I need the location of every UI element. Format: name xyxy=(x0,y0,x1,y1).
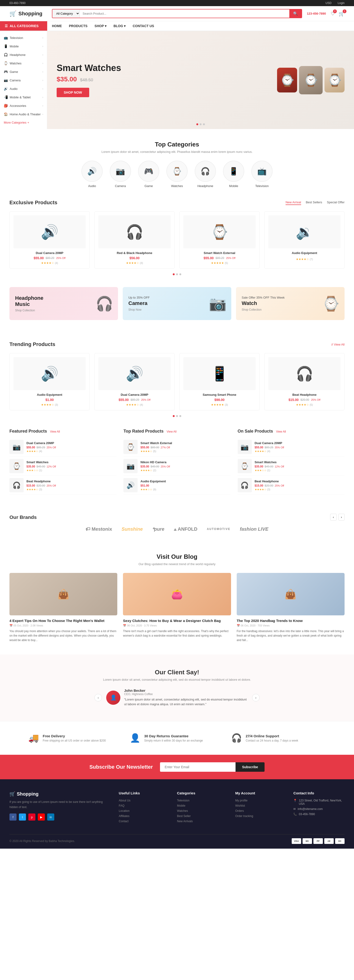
cat-watches[interactable]: Watches xyxy=(177,809,188,813)
on-sale-view-all[interactable]: View All xyxy=(276,430,286,433)
cat-best-seller[interactable]: Best Seller xyxy=(177,815,191,818)
nav-products[interactable]: PRODUCTS xyxy=(69,21,88,31)
mini-product[interactable]: 🎧 Beat Headphone $15.00 $20.00 25% Off ★… xyxy=(10,476,116,495)
all-categories-button[interactable]: ☰ ALL CATEGORIES xyxy=(0,21,47,31)
promo-watch[interactable]: Sale Offer 35% OFF This Week Watch Shop … xyxy=(236,287,344,320)
mini-product[interactable]: ⌚ Smart Watches $35.00 $49.00 12% Off ★★… xyxy=(238,457,344,476)
mini-product[interactable]: 📷 Dual Camera 20MP $55.00 $89.25 25% Off… xyxy=(10,438,116,457)
cat-mobile[interactable]: Mobile xyxy=(177,804,185,807)
trending-card[interactable]: 📱 Samsung Smart Phone $98.00 ★★★★★ (3) xyxy=(179,353,260,410)
trending-card[interactable]: 🔊 Audio Equipment $1.00 ★★★★☆ (3) xyxy=(10,353,90,410)
twitter-link[interactable]: t xyxy=(19,813,26,821)
blog-post-3[interactable]: 👜 The Top 2020 Handbag Trends to Know 📅 … xyxy=(237,573,344,643)
category-mobile[interactable]: 📱 Mobile xyxy=(223,161,244,188)
trending-view-all[interactable]: // View All xyxy=(331,343,344,346)
product-card[interactable]: ⌚ Smart Watch External $55.00 $89.29 25%… xyxy=(179,211,260,269)
sidebar-item-headphone[interactable]: 🎧Headphone › xyxy=(0,51,47,59)
sidebar-item-television[interactable]: 📺Television › xyxy=(0,33,47,42)
cat-new-arrivals[interactable]: New Arrivals xyxy=(177,819,193,823)
dot-3[interactable] xyxy=(203,123,205,125)
acc-wishlist[interactable]: Wishlist xyxy=(235,804,245,807)
acc-orders[interactable]: Orders xyxy=(235,809,244,813)
more-categories-button[interactable]: More Categories + xyxy=(0,118,47,127)
brand-sunshine[interactable]: Sunshine xyxy=(121,527,143,532)
brands-prev[interactable]: ‹ xyxy=(330,514,336,520)
testi-prev-button[interactable]: ‹ xyxy=(94,694,102,702)
youtube-link[interactable]: ▶ xyxy=(38,813,45,821)
brands-next[interactable]: › xyxy=(338,514,344,520)
sidebar-item-watches[interactable]: ⌚Watches › xyxy=(0,59,47,67)
hero-shop-now-button[interactable]: SHOP NOW xyxy=(57,88,89,97)
cart-icon[interactable]: 🛒1 xyxy=(339,11,344,16)
trending-card[interactable]: 🔊 Dual Camera 20MP $55.00 $89.29 25% Off… xyxy=(94,353,175,410)
search-input[interactable] xyxy=(80,10,289,18)
tdot-3[interactable] xyxy=(179,415,181,417)
featured-view-all[interactable]: View All xyxy=(50,430,60,433)
tab-best-sellers[interactable]: Best Sellers xyxy=(306,200,322,205)
category-headphone[interactable]: 🎧 Headphone xyxy=(195,161,216,188)
promo-camera[interactable]: Up to 35% OFF Camera Shop Now 📷 xyxy=(123,287,231,320)
mini-product[interactable]: ⌚ Smart Watch External $55.00 $89.00 27%… xyxy=(123,438,230,457)
top-rated-view-all[interactable]: View All xyxy=(167,430,177,433)
nav-home[interactable]: HOME xyxy=(52,21,62,31)
product-card[interactable]: 🔉 Audio Equipment ★★★★☆ (7) xyxy=(264,211,344,269)
link-faq[interactable]: FAQ xyxy=(119,804,124,807)
tab-special-offer[interactable]: Special Offer xyxy=(327,200,344,205)
sidebar-item-mobile[interactable]: 📱Mobile › xyxy=(0,42,47,51)
newsletter-email-input[interactable] xyxy=(160,762,236,772)
slider-dot-3[interactable] xyxy=(179,274,181,275)
sidebar-item-accessories[interactable]: 🎒Accessories › xyxy=(0,102,47,110)
category-watches[interactable]: ⌚ Watches xyxy=(166,161,188,188)
blog-post-2[interactable]: 👛 Sexy Clutches: How to Buy & Wear a Des… xyxy=(123,573,231,643)
tab-new-arrival[interactable]: New Arrival xyxy=(285,200,301,205)
currency-selector[interactable]: USD xyxy=(325,2,331,5)
category-game[interactable]: 🎮 Game xyxy=(138,161,159,188)
link-affiliates[interactable]: Affiliates xyxy=(119,815,129,818)
sidebar-item-mobile-tablet[interactable]: 📲Mobile & Tablet › xyxy=(0,93,47,102)
wishlist-icon[interactable]: ♡0 xyxy=(331,11,335,16)
slider-dot-2[interactable] xyxy=(176,274,178,275)
login-link[interactable]: Login xyxy=(338,2,344,5)
category-audio[interactable]: 🔊 Audio xyxy=(81,161,103,188)
product-card[interactable]: 🔊 Dual Camera 20MP $55.00 $89.29 25% Off… xyxy=(10,211,90,269)
tdot-2[interactable] xyxy=(176,415,178,417)
category-television[interactable]: 📺 Television xyxy=(251,161,273,188)
nav-shop[interactable]: SHOP ▾ xyxy=(95,21,107,31)
logo[interactable]: 🛒 Shopping xyxy=(10,10,47,17)
mini-product[interactable]: ⌚ Smart Watches $35.00 $49.00 12% Off ★★… xyxy=(10,457,116,476)
promo-headphone-music[interactable]: HeadphoneMusic Shop Collection 🎧 xyxy=(10,287,118,320)
newsletter-subscribe-button[interactable]: Subscribe xyxy=(236,762,265,772)
mini-product[interactable]: 📷 Dual Camera 20MP $55.00 $89.25 35% Off… xyxy=(238,438,344,457)
mini-product[interactable]: 🎧 Beat Headphone $15.00 $20.00 25% Off ★… xyxy=(238,476,344,495)
nav-contact[interactable]: CONTACT US xyxy=(132,21,154,31)
mini-product[interactable]: 🔊 Audio Equipment $51.00 ★★★☆☆ (9) xyxy=(123,476,230,495)
sidebar-item-audio[interactable]: 🔊Audio › xyxy=(0,84,47,93)
brand-automotive[interactable]: AUTOMOTIVE xyxy=(207,527,230,531)
link-location[interactable]: Location xyxy=(119,809,129,813)
category-select[interactable]: All Category Television Mobile Headphone… xyxy=(53,10,80,18)
search-button[interactable]: 🔍 xyxy=(289,10,301,18)
cat-television[interactable]: Television xyxy=(177,799,190,802)
brand-pure[interactable]: ᵉpure xyxy=(152,526,164,532)
brand-anfold[interactable]: ⟁ ANFOLD xyxy=(174,527,197,532)
slider-dot-1[interactable] xyxy=(173,274,175,275)
tdot-1[interactable] xyxy=(173,415,175,417)
brand-mestonix[interactable]: 🏷 Mestonix xyxy=(86,527,112,532)
link-about[interactable]: About Us xyxy=(119,799,130,802)
product-card[interactable]: 🎧 Red & Black Headphone $56.00 ★★★★☆ (3) xyxy=(94,211,175,269)
acc-profile[interactable]: My profile xyxy=(235,799,247,802)
pinterest-link[interactable]: p xyxy=(28,813,35,821)
sidebar-item-camera[interactable]: 📷Camera › xyxy=(0,76,47,84)
category-camera[interactable]: 📷 Camera xyxy=(110,161,131,188)
sidebar-item-home-audio[interactable]: 🏠Home Audio & Theater › xyxy=(0,110,47,118)
blog-post-1[interactable]: 👜 4 Expert Tips On How To Choose The Rig… xyxy=(10,573,117,643)
link-contact[interactable]: Contact xyxy=(119,819,128,823)
mini-product[interactable]: 📷 Nikon HD Camera $35.00 $49.00 25% Off … xyxy=(123,457,230,476)
dot-2[interactable] xyxy=(200,123,201,125)
testi-next-button[interactable]: › xyxy=(252,694,260,702)
trending-card[interactable]: 🎧 Beat Headphone $15.00 $20.00 25% Off ★… xyxy=(264,353,344,410)
linkedin-link[interactable]: in xyxy=(47,813,54,821)
sidebar-item-game[interactable]: 🎮Game › xyxy=(0,67,47,76)
brand-fashion-live[interactable]: fashion LIVE xyxy=(240,527,268,532)
dot-1[interactable] xyxy=(196,123,198,125)
